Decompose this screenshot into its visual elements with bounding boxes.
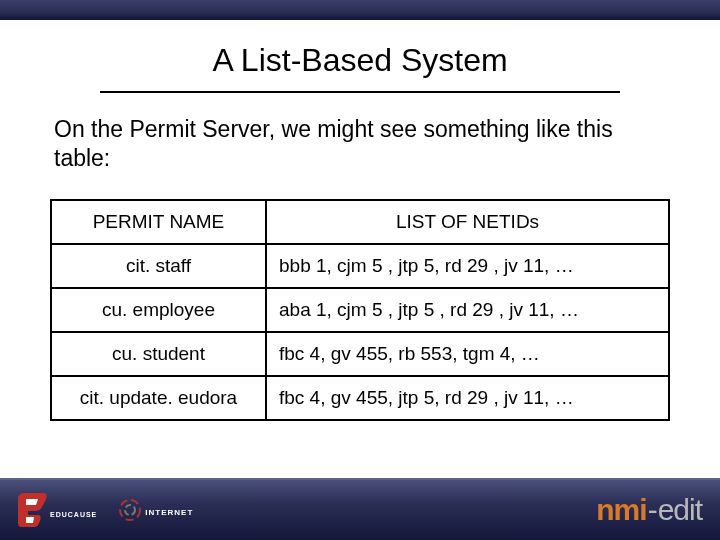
table-row: cit. staff bbb 1, cjm 5 , jtp 5, rd 29 ,… (51, 244, 669, 288)
svg-point-1 (125, 505, 135, 515)
cell-permit-name: cit. update. eudora (51, 376, 266, 420)
cell-permit-name: cu. student (51, 332, 266, 376)
top-accent-band (0, 0, 720, 20)
table-row: cu. employee aba 1, cjm 5 , jtp 5 , rd 2… (51, 288, 669, 332)
educause-e-icon (18, 493, 48, 527)
educause-text: EDUCAUSE (50, 511, 97, 519)
cell-permit-name: cit. staff (51, 244, 266, 288)
nmi-text-nmi: nmi (596, 493, 646, 526)
nmi-text-edit: edit (658, 493, 702, 526)
educause-logo: EDUCAUSE (18, 493, 97, 527)
slide-title: A List-Based System (100, 32, 620, 93)
col-header-netids: LIST OF NETIDs (266, 200, 669, 244)
cell-netid-list: aba 1, cjm 5 , jtp 5 , rd 29 , jv 11, … (266, 288, 669, 332)
permit-table: PERMIT NAME LIST OF NETIDs cit. staff bb… (50, 199, 670, 421)
table-row: cit. update. eudora fbc 4, gv 455, jtp 5… (51, 376, 669, 420)
cell-permit-name: cu. employee (51, 288, 266, 332)
nmi-edit-logo: nmi-edit (596, 493, 702, 527)
slide-intro-text: On the Permit Server, we might see somet… (54, 115, 666, 173)
col-header-permit-name: PERMIT NAME (51, 200, 266, 244)
internet2-swirl-icon (119, 499, 141, 521)
internet2-text: INTERNET (145, 501, 193, 519)
footer-band: EDUCAUSE INTERNET nmi-edit (0, 478, 720, 540)
slide-content: A List-Based System On the Permit Server… (0, 20, 720, 478)
footer-left-logos: EDUCAUSE INTERNET (18, 493, 193, 527)
table-row: cu. student fbc 4, gv 455, rb 553, tgm 4… (51, 332, 669, 376)
nmi-text-dash: - (648, 493, 657, 526)
cell-netid-list: fbc 4, gv 455, rb 553, tgm 4, … (266, 332, 669, 376)
cell-netid-list: fbc 4, gv 455, jtp 5, rd 29 , jv 11, … (266, 376, 669, 420)
table-header-row: PERMIT NAME LIST OF NETIDs (51, 200, 669, 244)
cell-netid-list: bbb 1, cjm 5 , jtp 5, rd 29 , jv 11, … (266, 244, 669, 288)
internet2-logo: INTERNET (119, 499, 193, 521)
svg-point-0 (120, 500, 140, 520)
